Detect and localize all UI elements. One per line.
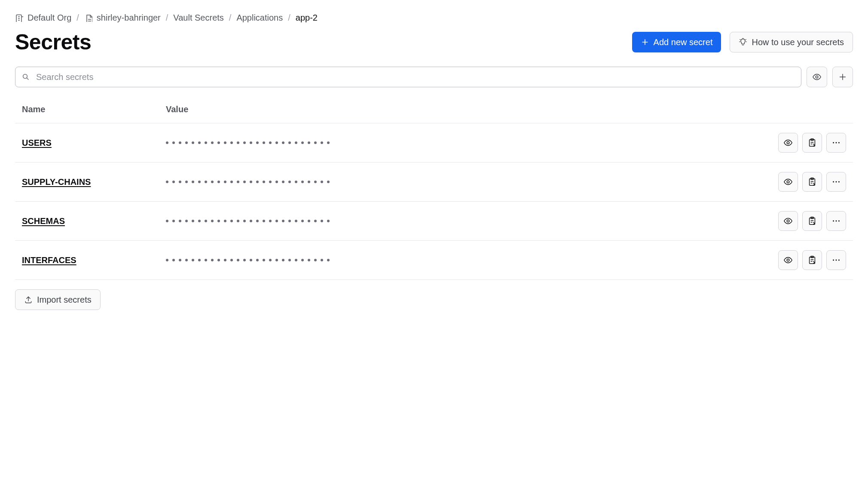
masked-value [166, 181, 330, 183]
table-body: USERSSUPPLY-CHAINSSCHEMASINTERFACES [15, 123, 853, 280]
search-icon [22, 73, 30, 81]
breadcrumb-project[interactable]: shirley-bahringer [84, 13, 161, 23]
more-icon [831, 177, 841, 187]
table-header: Name Value [15, 104, 853, 123]
table-row: SUPPLY-CHAINS [15, 163, 853, 202]
row-more-button[interactable] [826, 250, 846, 270]
row-value-cell [166, 181, 778, 183]
breadcrumb-sep: / [166, 13, 168, 23]
org-icon [15, 14, 23, 22]
table-row: SCHEMAS [15, 202, 853, 241]
header-actions: Add new secret How to use your secrets [632, 32, 853, 52]
masked-value [166, 141, 330, 144]
breadcrumb: Default Org / shirley-bahringer / Vault … [15, 13, 853, 23]
breadcrumb-product-label: Vault Secrets [173, 13, 223, 23]
row-name-cell: SUPPLY-CHAINS [22, 177, 166, 187]
import-secrets-label: Import secrets [37, 295, 92, 305]
add-secret-icon-button[interactable] [832, 67, 853, 87]
copy-secret-button[interactable] [802, 211, 822, 231]
reveal-secret-button[interactable] [778, 211, 798, 231]
row-name-cell: INTERFACES [22, 255, 166, 265]
add-new-secret-label: Add new secret [654, 37, 713, 47]
reveal-secret-button[interactable] [778, 133, 798, 153]
row-more-button[interactable] [826, 133, 846, 153]
eye-icon [783, 255, 793, 265]
table-footer: Import secrets [15, 280, 853, 310]
how-to-use-label: How to use your secrets [752, 37, 844, 47]
secret-name-link[interactable]: INTERFACES [22, 255, 76, 265]
row-more-button[interactable] [826, 211, 846, 231]
secret-name-link[interactable]: USERS [22, 138, 52, 147]
plus-icon [838, 72, 847, 82]
search-row [15, 67, 853, 87]
table-row: INTERFACES [15, 241, 853, 280]
breadcrumb-section[interactable]: Applications [236, 13, 283, 23]
clipboard-icon [807, 177, 817, 187]
row-name-cell: USERS [22, 138, 166, 148]
search-wrap [15, 67, 801, 87]
more-icon [831, 138, 841, 147]
how-to-use-button[interactable]: How to use your secrets [730, 32, 853, 52]
breadcrumb-project-label: shirley-bahringer [97, 13, 161, 23]
secret-name-link[interactable]: SUPPLY-CHAINS [22, 177, 91, 187]
search-input[interactable] [15, 67, 801, 87]
import-secrets-button[interactable]: Import secrets [15, 289, 101, 310]
breadcrumb-sep: / [288, 13, 290, 23]
eye-icon [783, 177, 793, 187]
table-row: USERS [15, 123, 853, 163]
add-new-secret-button[interactable]: Add new secret [632, 32, 721, 52]
more-icon [831, 216, 841, 226]
breadcrumb-sep: / [229, 13, 232, 23]
eye-icon [783, 216, 793, 226]
masked-value [166, 259, 330, 261]
page-title: Secrets [15, 30, 91, 55]
copy-secret-button[interactable] [802, 250, 822, 270]
row-name-cell: SCHEMAS [22, 216, 166, 226]
copy-secret-button[interactable] [802, 133, 822, 153]
eye-icon [812, 72, 822, 82]
row-value-cell [166, 220, 778, 222]
row-actions [778, 250, 846, 270]
clipboard-icon [807, 216, 817, 226]
breadcrumb-product[interactable]: Vault Secrets [173, 13, 223, 23]
col-header-value: Value [166, 104, 846, 114]
breadcrumb-sep: / [76, 13, 79, 23]
col-header-name: Name [22, 104, 166, 114]
breadcrumb-section-label: Applications [236, 13, 283, 23]
row-more-button[interactable] [826, 172, 846, 192]
masked-value [166, 220, 330, 222]
row-actions [778, 172, 846, 192]
breadcrumb-org[interactable]: Default Org [15, 13, 71, 23]
reveal-secret-button[interactable] [778, 172, 798, 192]
toggle-visibility-all-button[interactable] [807, 67, 827, 87]
secrets-table: Name Value USERSSUPPLY-CHAINSSCHEMASINTE… [15, 104, 853, 280]
file-icon [84, 14, 92, 22]
reveal-secret-button[interactable] [778, 250, 798, 270]
row-actions [778, 211, 846, 231]
eye-icon [783, 138, 793, 147]
row-value-cell [166, 141, 778, 144]
page-header: Secrets Add new secret How to use your s… [15, 30, 853, 55]
row-actions [778, 133, 846, 153]
breadcrumb-current-label: app-2 [296, 13, 318, 23]
breadcrumb-org-label: Default Org [28, 13, 71, 23]
breadcrumb-current: app-2 [296, 13, 318, 23]
bulb-icon [739, 38, 747, 46]
plus-icon [641, 38, 649, 46]
clipboard-icon [807, 255, 817, 265]
copy-secret-button[interactable] [802, 172, 822, 192]
row-value-cell [166, 259, 778, 261]
clipboard-icon [807, 138, 817, 147]
more-icon [831, 255, 841, 265]
secret-name-link[interactable]: SCHEMAS [22, 216, 65, 226]
upload-icon [24, 295, 33, 304]
